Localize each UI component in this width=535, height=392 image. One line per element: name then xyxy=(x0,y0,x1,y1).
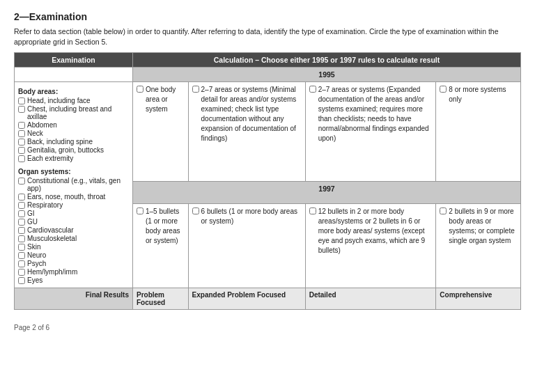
year-left-spacer xyxy=(15,68,133,82)
body-area-abdomen: Abdomen xyxy=(18,121,129,129)
organ-cardiovascular: Cardiovascular xyxy=(18,226,129,234)
checkbox-eyes[interactable] xyxy=(18,277,25,284)
checkbox-chest[interactable] xyxy=(18,106,25,113)
organ-neuro: Neuro xyxy=(18,251,129,259)
cell-1997-2: 6 bullets (1 or more body areas or syste… xyxy=(188,203,305,288)
checkbox-head[interactable] xyxy=(18,97,25,104)
footer-label: Final Results xyxy=(15,288,133,310)
checkbox-constitutional[interactable] xyxy=(18,178,25,185)
checkbox-neuro[interactable] xyxy=(18,252,25,259)
footer-row: Final Results Problem Focused Expanded P… xyxy=(15,288,521,310)
checkbox-1995-2[interactable] xyxy=(192,86,199,93)
body-area-neck: Neck xyxy=(18,130,129,137)
examination-table: Examination Calculation – Choose either … xyxy=(14,52,521,310)
checkbox-gi[interactable] xyxy=(18,210,25,217)
cell-1995-2: 2–7 areas or systems (Minimal detail for… xyxy=(188,82,305,182)
checkbox-psych[interactable] xyxy=(18,260,25,267)
organ-systems-label: Organ systems: xyxy=(18,168,129,175)
organ-musculoskeletal: Musculoskeletal xyxy=(18,235,129,242)
footer-expanded-problem: Expanded Problem Focused xyxy=(188,288,305,310)
checkbox-1995-1[interactable] xyxy=(137,86,144,93)
checkbox-1997-2[interactable] xyxy=(192,207,199,214)
checkbox-1997-4[interactable] xyxy=(440,207,447,214)
organ-respiratory: Respiratory xyxy=(18,201,129,209)
organ-eyes: Eyes xyxy=(18,276,129,284)
cell-1995-3: 2–7 areas or systems (Expanded documenta… xyxy=(305,82,436,182)
checkbox-1995-3[interactable] xyxy=(309,86,316,93)
body-area-genitalia: Genitalia, groin, buttocks xyxy=(18,146,129,154)
year-1997-label: 1997 xyxy=(133,182,521,204)
organ-gu: GU xyxy=(18,218,129,226)
cell-1997-1: 1–5 bullets (1 or more body areas or sys… xyxy=(133,203,189,288)
table-header-row: Examination Calculation – Choose either … xyxy=(15,53,521,68)
checkbox-cardiovascular[interactable] xyxy=(18,227,25,234)
checkbox-1995-4[interactable] xyxy=(440,86,447,93)
cell-1997-3: 12 bullets in 2 or more body areas/syste… xyxy=(305,203,436,288)
organ-skin: Skin xyxy=(18,243,129,251)
cell-1995-4: 8 or more systems only xyxy=(436,82,521,182)
col-examination-header: Examination xyxy=(15,53,133,68)
intro-text: Refer to data section (table below) in o… xyxy=(14,26,521,47)
year-1995-label: 1995 xyxy=(133,68,521,82)
checkbox-neck[interactable] xyxy=(18,130,25,137)
col-calculation-header: Calculation – Choose either 1995 or 1997… xyxy=(133,53,521,68)
checkbox-musculoskeletal[interactable] xyxy=(18,235,25,242)
checkbox-ears[interactable] xyxy=(18,194,25,201)
body-areas-label: Body areas: xyxy=(18,88,129,95)
checkbox-skin[interactable] xyxy=(18,244,25,251)
checkbox-back[interactable] xyxy=(18,139,25,146)
checkbox-genitalia[interactable] xyxy=(18,147,25,154)
left-col-areas: Body areas: Head, including face Chest, … xyxy=(15,82,133,288)
checkbox-respiratory[interactable] xyxy=(18,202,25,209)
cell-1997-4: 2 bullets in 9 or more body areas or sys… xyxy=(436,203,521,288)
organ-constitutional: Constitutional (e.g., vitals, gen app) xyxy=(18,177,129,192)
checkbox-1997-3[interactable] xyxy=(309,207,316,214)
checkbox-gu[interactable] xyxy=(18,219,25,226)
page-title: 2—Examination xyxy=(14,11,521,22)
checkbox-hem[interactable] xyxy=(18,269,25,276)
page-footer: Page 2 of 6 xyxy=(14,324,521,331)
body-area-extremity: Each extremity xyxy=(18,155,129,162)
footer-comprehensive: Comprehensive xyxy=(436,288,521,310)
row-1995: Body areas: Head, including face Chest, … xyxy=(15,82,521,182)
year-1995-row: 1995 xyxy=(15,68,521,82)
footer-problem-focused: Problem Focused xyxy=(133,288,189,310)
checkbox-extremity[interactable] xyxy=(18,155,25,162)
checkbox-abdomen[interactable] xyxy=(18,122,25,129)
organ-hem: Hem/lymph/imm xyxy=(18,268,129,276)
body-area-head: Head, including face xyxy=(18,97,129,104)
body-area-chest: Chest, including breast and axillae xyxy=(18,105,129,120)
body-area-back: Back, including spine xyxy=(18,138,129,146)
organ-gi: GI xyxy=(18,210,129,217)
organ-psych: Psych xyxy=(18,260,129,267)
footer-detailed: Detailed xyxy=(305,288,436,310)
cell-1995-1: One body area or system xyxy=(133,82,189,182)
organ-ears: Ears, nose, mouth, throat xyxy=(18,193,129,201)
checkbox-1997-1[interactable] xyxy=(137,207,144,214)
